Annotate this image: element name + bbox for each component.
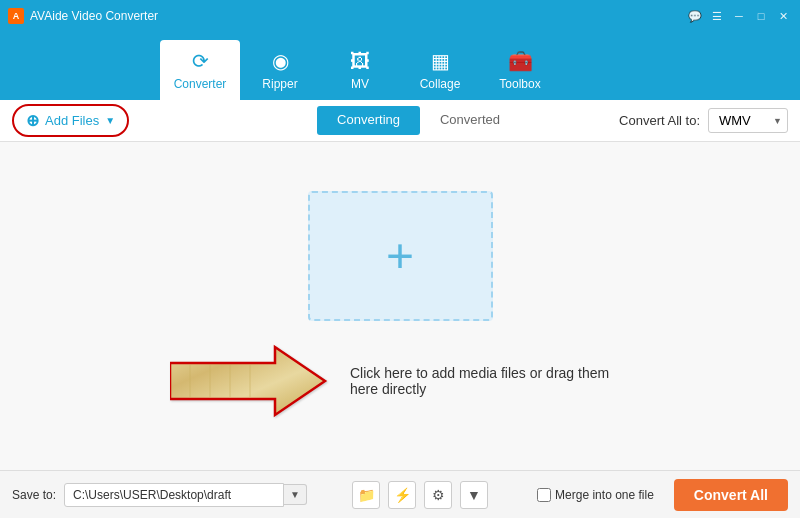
sub-tab-converting[interactable]: Converting: [317, 106, 420, 135]
folder-icon-button[interactable]: 📁: [352, 481, 380, 509]
drop-zone-plus-icon: +: [386, 232, 414, 280]
tab-toolbox[interactable]: 🧰 Toolbox: [480, 40, 560, 100]
plus-icon: ⊕: [26, 111, 39, 130]
tab-collage[interactable]: ▦ Collage: [400, 40, 480, 100]
sub-tab-converted[interactable]: Converted: [420, 106, 520, 135]
drop-hint-text: Click here to add media files or drag th…: [350, 365, 630, 397]
save-path-dropdown[interactable]: ▼: [284, 484, 307, 505]
drop-zone[interactable]: +: [308, 191, 493, 321]
app-title: AVAide Video Converter: [30, 9, 158, 23]
merge-label: Merge into one file: [555, 488, 654, 502]
svg-marker-0: [170, 347, 325, 415]
ripper-icon: ◉: [272, 49, 289, 73]
close-button[interactable]: ✕: [774, 9, 792, 23]
mv-icon: 🖼: [350, 50, 370, 73]
flash-icon-button[interactable]: ⚡: [388, 481, 416, 509]
sub-tab-group: Converting Converted: [317, 106, 520, 135]
title-bar: A AVAide Video Converter 💬 ☰ ─ □ ✕: [0, 0, 800, 32]
tab-ripper[interactable]: ◉ Ripper: [240, 40, 320, 100]
tab-converter[interactable]: ⟳ Converter: [160, 40, 240, 100]
add-files-label: Add Files: [45, 113, 99, 128]
message-icon[interactable]: 💬: [686, 9, 704, 23]
save-to-label: Save to:: [12, 488, 56, 502]
annotation-area: Click here to add media files or drag th…: [170, 341, 630, 421]
toolbar: ⊕ Add Files ▼ Converting Converted Conve…: [0, 100, 800, 142]
collage-icon: ▦: [431, 49, 450, 73]
save-path-input[interactable]: [64, 483, 284, 507]
add-files-button[interactable]: ⊕ Add Files ▼: [12, 104, 129, 137]
merge-checkbox[interactable]: [537, 488, 551, 502]
toolbox-icon: 🧰: [508, 49, 533, 73]
menu-icon[interactable]: ☰: [708, 9, 726, 23]
convert-all-to-section: Convert All to: WMV MP4 AVI MOV MKV FLV: [619, 108, 788, 133]
maximize-button[interactable]: □: [752, 9, 770, 23]
merge-wrap: Merge into one file: [537, 488, 654, 502]
bottom-bar: Save to: ▼ 📁 ⚡ ⚙ ▼ Merge into one file C…: [0, 470, 800, 518]
title-bar-left: A AVAide Video Converter: [8, 8, 158, 24]
tab-mv[interactable]: 🖼 MV: [320, 40, 400, 100]
convert-all-to-label: Convert All to:: [619, 113, 700, 128]
main-content: + Click here to add media files or drag: [0, 142, 800, 470]
arrow-annotation: [170, 341, 330, 421]
settings-dropdown-button[interactable]: ▼: [460, 481, 488, 509]
app-logo: A: [8, 8, 24, 24]
format-select[interactable]: WMV MP4 AVI MOV MKV FLV: [708, 108, 788, 133]
minimize-button[interactable]: ─: [730, 9, 748, 23]
save-path-wrap: ▼: [64, 483, 344, 507]
dropdown-arrow-icon: ▼: [105, 115, 115, 126]
converter-icon: ⟳: [192, 49, 209, 73]
convert-all-button[interactable]: Convert All: [674, 479, 788, 511]
nav-bar: ⟳ Converter ◉ Ripper 🖼 MV ▦ Collage 🧰 To…: [0, 32, 800, 100]
settings-icon-button[interactable]: ⚙: [424, 481, 452, 509]
format-select-wrap: WMV MP4 AVI MOV MKV FLV: [708, 108, 788, 133]
title-bar-controls: 💬 ☰ ─ □ ✕: [686, 9, 792, 23]
